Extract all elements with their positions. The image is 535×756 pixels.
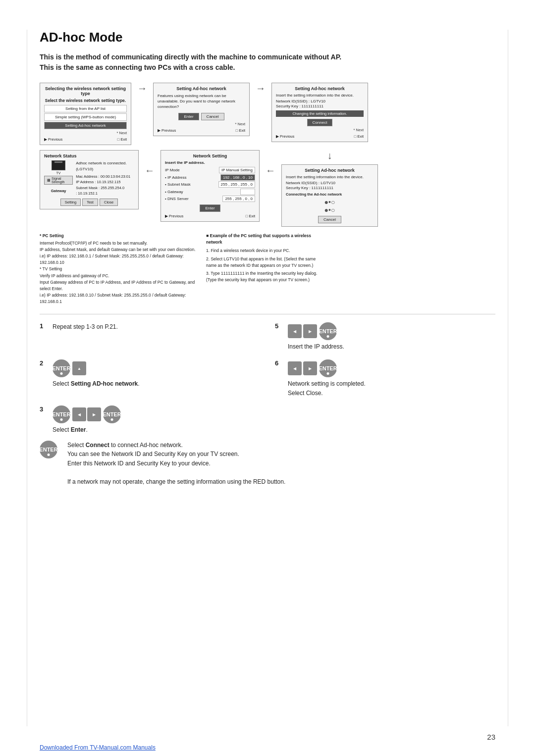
diagram-area: Selecting the wireless network setting t… [40,83,495,305]
nav-left-6[interactable]: ◀ [288,361,302,375]
steps-section: 1 Repeat step 1-3 on P.21. 5 ◀ ▶ ENTER I… [40,322,495,434]
gateway-label: Gateway [51,189,66,193]
prev-btn-4[interactable]: ▶ Previous [165,214,183,218]
step-4: ENTER Select Connect to connect Ad-hoc n… [40,441,495,487]
pc-setting-text: * PC Setting Internet Profocol(TCP/IP) o… [40,233,198,305]
prev-btn-3[interactable]: ▶ Previous [276,134,294,139]
nav-left-5[interactable]: ◀ [288,324,302,338]
nav-right-6[interactable]: ▶ [303,361,317,375]
step-3: 3 ENTER ◀ ▶ ENTER Select Enter. [40,405,260,435]
close-btn[interactable]: Close [100,199,118,206]
box-select-network-type: Selecting the wireless network setting t… [40,83,131,145]
arrow-3: ← [143,165,157,176]
network-status-box: Network Status TV ▩ Signal Strength Gate… [40,150,139,209]
exit-btn-2[interactable]: □ Exit [236,128,245,133]
step-5: 5 ◀ ▶ ENTER Insert the IP address. [275,322,495,352]
tv-icon [52,160,65,170]
page-number: 23 [487,733,495,741]
enter-btn-4[interactable]: Enter [200,204,220,212]
test-btn[interactable]: Test [82,199,98,206]
nav-right-5[interactable]: ▶ [303,324,317,338]
connect-btn-3[interactable]: Connect [307,119,333,126]
arrow-2: → [254,83,268,94]
box-adhoc-ssid: Setting Ad-hoc network Insert the settin… [271,83,368,142]
exit-btn-3[interactable]: □ Exit [354,134,364,139]
step-2: 2 ENTER ▲ Select Setting AD-hoc network. [40,359,260,398]
nav-left-3[interactable]: ◀ [72,407,86,421]
section-divider [40,314,495,314]
nav-right-3[interactable]: ▶ [87,407,101,421]
enter-btn-4-step[interactable]: ENTER [40,441,57,458]
cancel-btn-2[interactable]: Cancel [201,113,224,120]
enter-btn-3b[interactable]: ENTER [103,405,121,423]
page-title: AD-hoc Mode [40,30,495,45]
arrow-4: ← [264,165,277,176]
intro-text: This is the method of communicating dire… [40,52,495,73]
signal-strength-btn[interactable]: ▩ Signal Strength [44,176,73,185]
box-adhoc-connecting: Setting Ad-hoc network Insert the settin… [281,164,378,227]
notes-area: * PC Setting Internet Profocol(TCP/IP) o… [40,233,495,305]
enter-btn-2-step[interactable]: ENTER [53,359,70,377]
enter-btn-3a[interactable]: ENTER [53,405,70,423]
enter-btn-6[interactable]: ENTER [319,359,337,377]
nav-up-2[interactable]: ▲ [72,361,86,375]
step-1: 1 Repeat step 1-3 on P.21. [40,322,260,352]
connecting-dots-icon: ●•○●•○ [286,198,374,214]
enter-btn-2[interactable]: Enter [178,113,199,120]
step-6: 6 ◀ ▶ ENTER Network setting is completed… [275,359,495,398]
exit-btn-1[interactable]: □ Exit [117,137,127,142]
box-adhoc-confirm: Setting Ad-hoc network Features using ex… [153,83,250,136]
prev-btn-1[interactable]: ▶ Previous [44,137,62,142]
footer-link[interactable]: Downloaded From TV-Manual.com Manuals [40,744,156,751]
setting-btn[interactable]: Setting [60,199,81,206]
right-notes: ■ Example of the PC setting that support… [206,233,320,283]
enter-btn-5[interactable]: ENTER [319,322,337,340]
box-network-setting: Network Setting Insert the IP address. I… [160,150,260,222]
arrow-1: → [135,83,149,94]
prev-btn-2[interactable]: ▶ Previous [158,128,176,133]
right-diagram-col: ↓ Setting Ad-hoc network Insert the sett… [281,150,378,227]
exit-btn-4[interactable]: □ Exit [246,214,255,218]
cancel-btn-5[interactable]: Cancel [318,216,341,223]
arrow-down-1: ↓ [327,150,332,161]
